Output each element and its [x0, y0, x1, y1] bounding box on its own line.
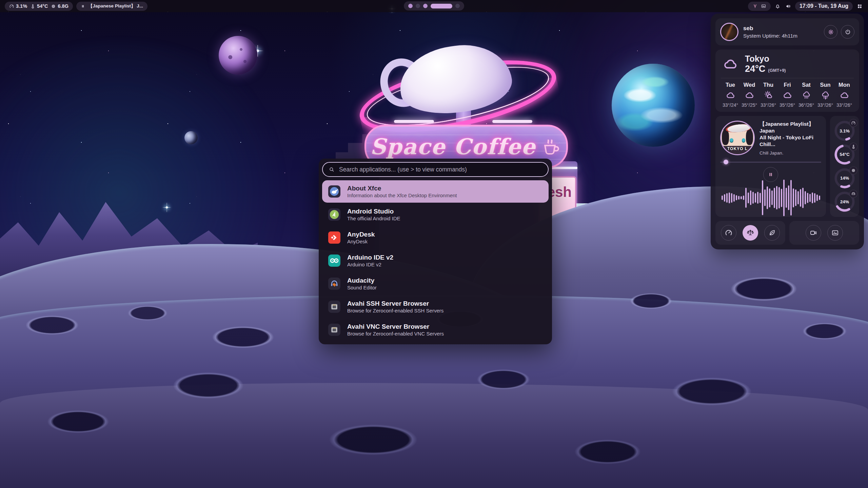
- app-name: Avahi SSH Server Browser: [347, 300, 443, 308]
- clock-pill[interactable]: 17:09 - Tue, 19 Aug: [795, 2, 853, 11]
- cloud-icon: [721, 56, 740, 72]
- app-row-audacity[interactable]: AudacitySound Editor: [322, 272, 549, 295]
- speedometer-icon: [849, 119, 857, 127]
- app-name: AnyDesk: [347, 230, 375, 239]
- wallpaper-sign-light: [492, 120, 532, 123]
- progress-knob[interactable]: [724, 160, 728, 164]
- media-tools-card: [789, 221, 859, 245]
- stat-chip: 6.8G: [51, 3, 68, 9]
- volume-button[interactable]: [785, 3, 792, 10]
- control-side-panel: seb System Uptime: 4h11m Tokyo 24°C (GMT…: [711, 14, 864, 249]
- wallpaper-earth: [612, 64, 695, 147]
- notifications-button[interactable]: [774, 3, 781, 10]
- now-playing-pill[interactable]: 【Japanese Playlist】 J...: [76, 2, 147, 11]
- search-icon: [329, 166, 335, 172]
- leaf-icon: [768, 229, 776, 237]
- user-name: seb: [743, 25, 797, 32]
- power-profile-balanced-button[interactable]: [743, 225, 758, 241]
- wallpaper-small-moon: [184, 131, 198, 144]
- gauge-thermometer: 54°C: [834, 144, 855, 165]
- cloud-icon: [744, 90, 755, 100]
- workspace-3-occupied[interactable]: [423, 4, 428, 8]
- anydesk-app-icon: [326, 230, 342, 246]
- workspace-5-empty[interactable]: [455, 4, 460, 8]
- stat-speedometer: 3.1%: [9, 3, 27, 9]
- app-row-avahi-ssh-server-browser[interactable]: Avahi SSH Server BrowserBrowse for Zeroc…: [322, 296, 549, 318]
- weather-temperature: 24°C: [745, 64, 765, 74]
- neon-coffee-cup-icon: [540, 136, 562, 157]
- systray-pill: [748, 2, 771, 11]
- app-description: Sound Editor: [347, 285, 377, 291]
- power-profile-powersave-button[interactable]: [764, 225, 780, 241]
- launcher-search-bar[interactable]: [322, 162, 549, 177]
- settings-button[interactable]: [824, 25, 837, 39]
- wallpaper-purple-planet: [219, 36, 257, 75]
- app-row-anydesk[interactable]: AnyDeskAnyDesk: [322, 226, 549, 249]
- user-card: seb System Uptime: 4h11m: [715, 18, 859, 45]
- media-tool-screenshot-button[interactable]: [827, 225, 843, 241]
- pause-icon: [81, 4, 85, 8]
- speaker-icon: [785, 3, 791, 9]
- workspace-2-empty[interactable]: [416, 4, 420, 8]
- weather-city: Tokyo: [745, 54, 786, 64]
- forecast-day-tue: Tue33°/24°: [721, 82, 740, 108]
- neon-sign-text: Space Coffee: [370, 134, 536, 159]
- play-pause-button[interactable]: [763, 167, 778, 182]
- now-playing-label: 【Japanese Playlist】 J...: [88, 3, 143, 9]
- app-description: The official Android IDE: [347, 216, 400, 222]
- divider: [721, 78, 854, 78]
- workspace-4-active[interactable]: [431, 4, 452, 8]
- thermometer-icon: [30, 4, 35, 9]
- app-name: Arduino IDE v2: [347, 253, 393, 262]
- forecast-day-sat: Sat36°/26°: [797, 82, 816, 108]
- weather-timezone: (GMT+9): [768, 68, 786, 73]
- app-row-android-studio[interactable]: Android StudioThe official Android IDE: [322, 203, 549, 226]
- app-row-arduino-ide-v2[interactable]: Arduino IDE v2Arduino IDE v2: [322, 249, 549, 272]
- chip-icon: [849, 166, 857, 175]
- search-input[interactable]: [338, 166, 542, 174]
- forecast-day-mon: Mon33°/26°: [835, 82, 854, 108]
- stat-thermometer: 54°C: [30, 3, 48, 9]
- audio-waveform: [720, 182, 821, 212]
- image-icon: [831, 229, 839, 237]
- gear-icon: [827, 28, 834, 36]
- speedometer-icon: [725, 229, 733, 237]
- scales-icon: [746, 229, 754, 237]
- cloud-icon: [725, 90, 736, 100]
- album-art: TOKYO L: [720, 121, 755, 155]
- power-profile-performance-button[interactable]: [721, 225, 736, 241]
- weather-card: Tokyo 24°C (GMT+9) Tue33°/24°Wed35°/25°T…: [715, 49, 859, 112]
- gauge-drive: 24%: [834, 191, 855, 212]
- overview-button[interactable]: [856, 3, 863, 10]
- chip-icon: [51, 4, 56, 9]
- app-row-about-xfce[interactable]: About XfceInformation about the Xfce Des…: [322, 180, 549, 203]
- image-tray-icon[interactable]: [761, 3, 766, 9]
- system-stats-pill[interactable]: 3.1%54°C6.8G: [5, 2, 73, 11]
- bell-icon: [775, 3, 781, 9]
- app-name: About Xfce: [347, 184, 457, 192]
- avatar: [720, 23, 738, 41]
- app-description: Browse for Zeroconf-enabled SSH Servers: [347, 308, 443, 314]
- track-subtitle: Chill Japan.: [760, 150, 821, 156]
- forecast-day-wed: Wed35°/25°: [740, 82, 759, 108]
- launcher-app-list: About XfceInformation about the Xfce Des…: [322, 180, 549, 341]
- app-description: Browse for Zeroconf-enabled VNC Servers: [347, 331, 444, 337]
- clock-label: 17:09 - Tue, 19 Aug: [800, 3, 848, 9]
- workspace-1-occupied[interactable]: [408, 4, 413, 8]
- app-description: Arduino IDE v2: [347, 262, 393, 268]
- track-progress-bar[interactable]: [720, 160, 821, 164]
- app-row-avahi-vnc-server-browser[interactable]: Avahi VNC Server BrowserBrowse for Zeroc…: [322, 319, 549, 341]
- network-app-icon: [326, 322, 342, 338]
- tray-app-tray-icon[interactable]: [752, 3, 758, 9]
- overview-grid-icon: [857, 3, 863, 9]
- forecast-day-fri: Fri35°/26°: [778, 82, 797, 108]
- media-player-card: TOKYO L 【Japanese Playlist】 Japan All Ni…: [715, 116, 826, 217]
- track-title: 【Japanese Playlist】 Japan All Night - To…: [760, 121, 821, 148]
- power-button[interactable]: [841, 25, 854, 39]
- thermometer-icon: [849, 143, 857, 151]
- rain-icon: [801, 90, 812, 100]
- power-profile-card: [715, 221, 785, 245]
- media-tool-screen-record-button[interactable]: [806, 225, 821, 241]
- system-gauges-card: 3.1%54°C14%24%: [830, 116, 859, 217]
- audacity-app-icon: [326, 276, 342, 292]
